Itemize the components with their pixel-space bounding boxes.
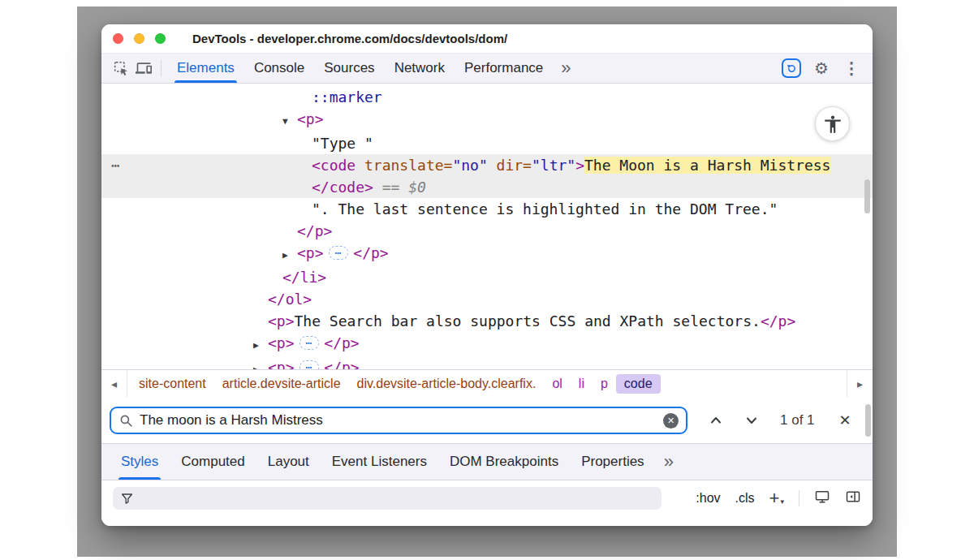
dom-tree-node[interactable]: ::marker [101,86,873,108]
crumb-ol[interactable]: ol [544,374,570,394]
expand-arrow-closed-icon[interactable]: ▶ [282,244,297,266]
tab-network[interactable]: Network [385,54,455,83]
dom-segment-attr: dir= [488,157,532,174]
tab-dom-breakpoints[interactable]: DOM Breakpoints [438,444,570,480]
rendering-monitor-icon [814,489,830,505]
dom-segment-tag: <p> [268,312,295,330]
dom-segment-tag: <p> [297,244,324,261]
dom-segment-tag: </p> [297,222,332,239]
toggle-hover-state-button[interactable]: :hov [696,491,720,506]
dom-tree-node[interactable]: ▶<p>⋯</p> [101,242,873,266]
tab-sources[interactable]: Sources [314,54,384,83]
dom-tree-node[interactable]: <p>The Search bar also supports CSS and … [101,310,873,332]
dom-segment-match: The Moon is a Harsh Mistress [584,157,830,174]
minimize-window-button[interactable] [134,33,144,44]
settings-button[interactable]: ⚙ [810,57,833,80]
tab-layout[interactable]: Layout [256,444,321,480]
dom-tree-node[interactable]: </ol> [101,288,873,310]
dom-tree-node[interactable]: ⋯<code translate="no" dir="ltr">The Moon… [101,154,873,176]
dom-tree-node[interactable]: ▶<p>⋯</p> [101,356,873,369]
clear-x-icon: ✕ [667,416,674,426]
styles-tab-bar: StylesComputedLayoutEvent ListenersDOM B… [101,443,873,480]
close-search-button[interactable]: ✕ [839,411,851,429]
dom-segment-tag: <code [312,157,356,174]
tab-console[interactable]: Console [244,54,314,83]
dom-tree-node[interactable]: "Type " [101,132,873,154]
dom-segment-pseudo: ::marker [312,88,382,106]
accessibility-button[interactable] [815,106,850,141]
crumb-site-content[interactable]: site-content [131,374,214,394]
dom-segment-attr: translate= [356,157,452,174]
close-window-button[interactable] [113,33,123,44]
dom-tree-node[interactable]: </code> == $0 [101,176,873,198]
breadcrumb-bar: ◂ site-contentarticle.devsite-articlediv… [101,369,873,398]
dom-scrollbar-thumb[interactable] [864,179,870,213]
panel-tabs: ElementsConsoleSourcesNetworkPerformance [167,54,553,83]
crumb-p[interactable]: p [593,374,616,394]
search-results-count: 1 of 1 [780,412,815,429]
device-toolbar-icon [136,60,152,76]
toggle-element-classes-button[interactable]: .cls [735,491,755,506]
more-panels-button[interactable]: » [553,59,579,77]
dom-segment-tag: <p> [297,110,324,127]
more-styles-tabs-button[interactable]: » [656,453,682,471]
new-style-rule-button[interactable]: + ▾ [769,491,784,506]
crumb-div-devsite-article-body-clearfix[interactable]: div.devsite-article-body.clearfix. [349,374,545,394]
dom-tree-node[interactable]: ▶<p>⋯</p> [101,332,873,356]
styles-tabs: StylesComputedLayoutEvent ListenersDOM B… [110,444,656,480]
styles-toolbar-controls: :hov .cls + ▾ [696,489,861,508]
dom-segment-plain: The Search bar also supports CSS and XPa… [295,312,761,330]
styles-toolbar-divider [799,490,799,506]
tab-performance[interactable]: Performance [455,54,553,83]
toggle-sidebar-button[interactable] [845,489,861,508]
search-bar: ✕ 1 of 1 ✕ [101,398,873,443]
dom-segment-meta: == $0 [373,179,426,196]
refresh-devtools-button[interactable] [780,57,803,80]
style-filter-input[interactable] [113,487,662,510]
tab-computed[interactable]: Computed [170,444,256,480]
dom-segment-tag: </ol> [268,291,312,308]
expand-arrow-closed-icon[interactable]: ▶ [253,334,268,356]
dom-tree-node[interactable]: </li> [101,266,873,288]
inspect-element-button[interactable] [110,57,132,80]
node-actions-ellipsis-icon[interactable]: ⋯ [111,154,121,176]
more-options-button[interactable]: ⋮ [840,57,863,80]
dom-tree-node[interactable]: </p> [101,220,873,242]
collapsed-children-icon[interactable]: ⋯ [329,246,349,260]
clear-search-button[interactable]: ✕ [663,413,679,429]
accessibility-person-icon [822,114,843,135]
crumb-li[interactable]: li [571,374,593,394]
next-match-button[interactable] [744,413,759,428]
crumb-article-devsite-article[interactable]: article.devsite-article [214,374,349,394]
device-toolbar-button[interactable] [132,57,155,80]
zoom-window-button[interactable] [155,33,166,44]
caret-down-icon: ▾ [780,498,784,506]
sidebar-panel-icon [845,489,861,505]
window-title: DevTools - developer.chrome.com/docs/dev… [192,32,507,45]
dom-segment-plain: ". The last sentence is highlighted in t… [312,200,778,218]
dom-tree-node[interactable]: ▼<p> [101,108,873,132]
collapsed-children-icon[interactable]: ⋯ [300,360,320,369]
dom-tree-node[interactable]: ". The last sentence is highlighted in t… [101,198,873,220]
expand-arrow-closed-icon[interactable]: ▶ [253,359,268,369]
panel-scrollbar-thumb[interactable] [865,404,871,437]
previous-match-button[interactable] [709,413,723,428]
tab-styles[interactable]: Styles [110,444,170,480]
breadcrumb-scroll-left-button[interactable]: ◂ [101,370,127,398]
breadcrumb-scroll-right-button[interactable]: ▸ [847,370,873,398]
dom-tree: ::marker▼<p>"Type "⋯<code translate="no"… [101,86,873,369]
tab-elements[interactable]: Elements [167,54,244,83]
dom-segment-tag: > [575,157,584,174]
dom-segment-tag: </p> [324,359,359,369]
search-icon [119,413,133,428]
search-input-box[interactable]: ✕ [110,407,687,434]
tab-properties[interactable]: Properties [570,444,655,480]
breadcrumb: site-contentarticle.devsite-articlediv.d… [127,370,664,398]
collapsed-children-icon[interactable]: ⋯ [300,336,320,350]
dom-segment-value: "no" [452,157,487,174]
expand-arrow-open-icon[interactable]: ▼ [282,110,297,132]
dom-search-input[interactable] [140,412,663,429]
rendering-emulations-button[interactable] [814,489,830,508]
crumb-code[interactable]: code [616,374,661,394]
tab-event-listeners[interactable]: Event Listeners [321,444,438,480]
